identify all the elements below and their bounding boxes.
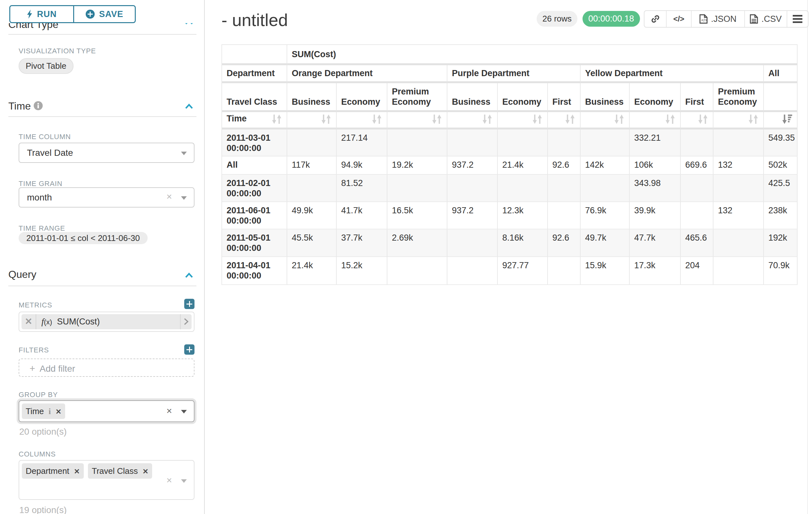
- svg-text:</>: </>: [701, 18, 707, 23]
